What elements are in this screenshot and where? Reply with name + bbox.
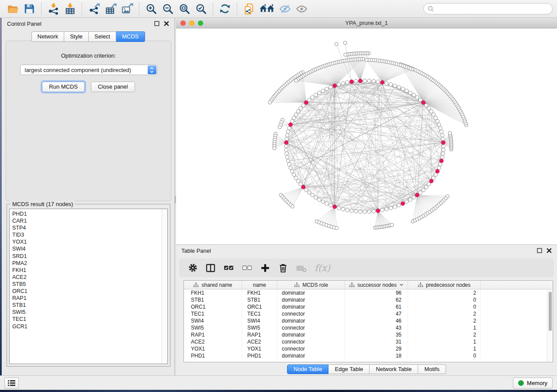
control-panel-tabs: NetworkStyleSelectMCDS	[31, 31, 145, 42]
table-scrollbar-thumb[interactable]	[549, 292, 552, 331]
first-neighbors-button[interactable]	[257, 2, 277, 16]
network-window-titlebar[interactable]: YPA_prune.txt_1	[176, 18, 557, 28]
table-scrollbar[interactable]	[547, 289, 553, 362]
mcds-result-item[interactable]: YOX1	[12, 238, 167, 245]
table-cell: 1	[408, 324, 481, 331]
tab-select[interactable]: Select	[89, 31, 116, 42]
table-row[interactable]: PHD1PHD1dominator180	[184, 352, 553, 359]
tab-network[interactable]: Network	[31, 31, 64, 42]
show-all-button[interactable]	[293, 2, 310, 16]
table-header-row[interactable]: shared namenameMCDS rolesuccessor nodesp…	[184, 281, 553, 289]
status-menu-button[interactable]	[4, 378, 19, 389]
zoom-in-button[interactable]	[143, 2, 159, 16]
mcds-result-item[interactable]: STB1	[12, 302, 167, 309]
tab-network-table[interactable]: Network Table	[370, 364, 418, 374]
tab-style[interactable]: Style	[64, 31, 89, 42]
table-row[interactable]: FKH1FKH1dominator962	[184, 289, 553, 296]
table-cell: PHD1	[184, 352, 242, 359]
deselect-all-button[interactable]	[242, 261, 253, 275]
mcds-result-item[interactable]: SWI4	[12, 245, 167, 252]
search-input[interactable]	[436, 6, 548, 12]
zoom-selected-button[interactable]	[193, 2, 209, 16]
table-row[interactable]: SWI5SWI5connector431	[184, 324, 553, 331]
window-minimize-button[interactable]	[189, 21, 194, 26]
table-row[interactable]: STB1STB1dominator620	[184, 296, 553, 303]
column-header-predecessor-nodes[interactable]: predecessor nodes	[408, 281, 481, 289]
close-panel-icon[interactable]	[164, 21, 169, 26]
close-panel-icon[interactable]	[547, 248, 552, 253]
tab-mcds[interactable]: MCDS	[116, 31, 145, 42]
mcds-result-item[interactable]: FKH1	[12, 267, 167, 274]
column-header-shared-name[interactable]: shared name	[184, 281, 242, 289]
window-close-button[interactable]	[180, 21, 186, 26]
mcds-result-item[interactable]: SWI5	[12, 309, 167, 316]
table-row[interactable]: YOX1YOX1connector291	[184, 345, 553, 352]
mcds-result-item[interactable]: SRD1	[12, 253, 167, 260]
table-cell: 2	[408, 289, 481, 296]
delete-columns-button[interactable]	[278, 261, 288, 275]
table-cell: 1	[408, 338, 481, 345]
mcds-result-item[interactable]: GCR1	[12, 323, 167, 330]
mcds-result-item[interactable]: PMA2	[12, 260, 167, 267]
table-cell: dominator	[277, 317, 345, 324]
duplicate-network-button[interactable]	[241, 2, 257, 16]
open-session-button[interactable]	[4, 2, 21, 16]
zoom-selected-icon	[195, 3, 207, 15]
function-builder-button[interactable]: f(x)	[315, 261, 330, 275]
mcds-result-item[interactable]: RAP1	[12, 295, 167, 302]
delete-table-button[interactable]	[296, 261, 307, 275]
table-row[interactable]: ACE2ACE2connector311	[184, 338, 553, 345]
run-mcds-button[interactable]: Run MCDS	[42, 82, 85, 92]
mcds-result-item[interactable]: STB5	[12, 281, 167, 288]
window-maximize-button[interactable]	[198, 21, 203, 26]
export-network-button[interactable]	[86, 2, 102, 16]
optimization-select[interactable]: largest connected component (undirected)	[20, 65, 157, 75]
network-canvas[interactable]	[176, 28, 557, 244]
close-panel-button[interactable]: Close panel	[91, 82, 135, 92]
select-all-button[interactable]	[223, 261, 234, 275]
split-view-button[interactable]	[205, 261, 216, 275]
table-row[interactable]: SWI4SWI4dominator462	[184, 317, 553, 324]
zoom-fit-icon	[179, 3, 190, 15]
list-menu-icon	[7, 380, 16, 386]
float-window-icon[interactable]	[537, 248, 542, 253]
import-network-button[interactable]	[45, 2, 62, 16]
mcds-result-item[interactable]: TID3	[12, 231, 167, 238]
mcds-result-item[interactable]: PHD1	[12, 210, 167, 217]
export-table-icon	[105, 3, 117, 15]
export-image-button[interactable]	[119, 2, 135, 16]
mcds-result-item[interactable]: ORC1	[12, 288, 167, 295]
table-cell: ORC1	[184, 303, 242, 310]
tab-node-table[interactable]: Node Table	[287, 364, 329, 374]
mcds-result-item[interactable]: TEC1	[12, 316, 167, 323]
float-window-icon[interactable]	[154, 21, 159, 26]
table-cell: 18	[345, 352, 408, 359]
column-header-name[interactable]: name	[242, 281, 277, 289]
mcds-list-scrollbar[interactable]	[162, 209, 167, 364]
import-network-icon	[48, 3, 59, 15]
save-session-button[interactable]	[21, 2, 38, 16]
network-graph[interactable]	[176, 28, 557, 244]
tab-edge-table[interactable]: Edge Table	[329, 364, 370, 374]
refresh-layout-button[interactable]	[217, 2, 233, 16]
table-cell: 46	[345, 317, 408, 324]
zoom-out-button[interactable]	[159, 2, 176, 16]
column-header-MCDS-role[interactable]: MCDS role	[277, 281, 345, 289]
tab-motifs[interactable]: Motifs	[418, 364, 446, 374]
node-table: shared namenameMCDS rolesuccessor nodesp…	[183, 280, 553, 362]
memory-button[interactable]: Memory	[513, 378, 553, 389]
export-table-button[interactable]	[102, 2, 119, 16]
zoom-fit-button[interactable]	[176, 2, 193, 16]
hide-selected-button[interactable]	[277, 2, 293, 16]
table-row[interactable]: TEC1TEC1connector472	[184, 310, 553, 317]
table-row[interactable]: RAP1RAP1dominator352	[184, 331, 553, 338]
mcds-result-item[interactable]: CAR1	[12, 217, 167, 224]
table-row[interactable]: ORC1ORC1dominator610	[184, 303, 553, 310]
table-settings-button[interactable]	[188, 261, 198, 275]
column-header-successor-nodes[interactable]: successor nodes	[345, 281, 408, 289]
mcds-result-item[interactable]: STP4	[12, 224, 167, 231]
toolbar-separator	[213, 3, 213, 15]
add-column-button[interactable]	[260, 261, 270, 275]
import-table-button[interactable]	[62, 2, 78, 16]
mcds-result-item[interactable]: ACE2	[12, 274, 167, 281]
